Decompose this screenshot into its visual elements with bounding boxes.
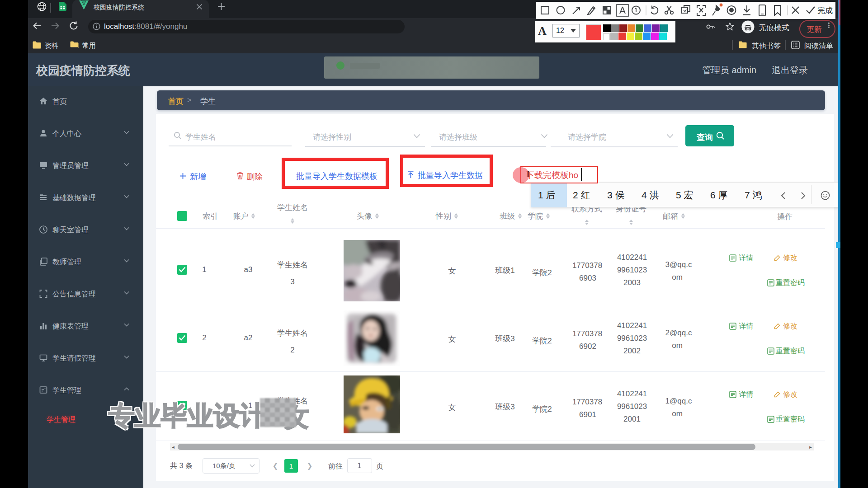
- svg-text:完成: 完成: [817, 6, 833, 15]
